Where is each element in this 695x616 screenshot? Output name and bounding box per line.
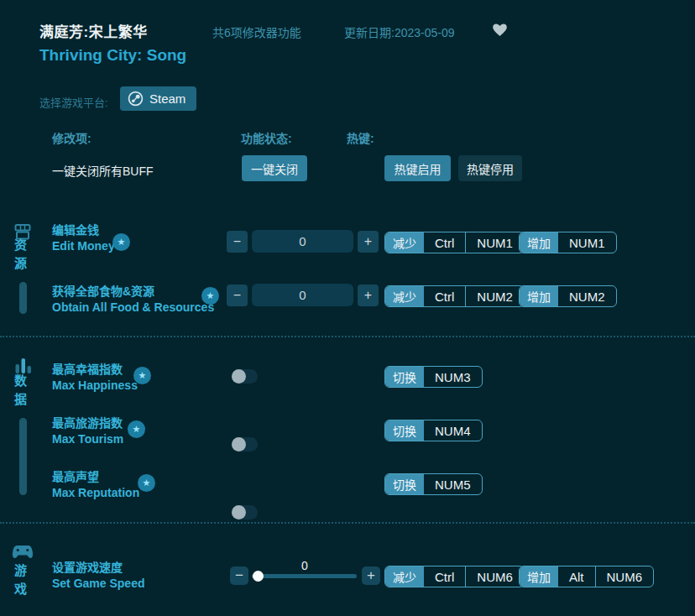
feature-title-edit-money: 编辑金钱 Edit Money <box>52 222 115 254</box>
toggle-hotkey-button[interactable]: 切换 NUM5 <box>384 473 483 495</box>
hotkey-key: NUM2 <box>558 286 616 306</box>
hotkey-action-label: 切换 <box>385 474 424 494</box>
decrease-value-button[interactable]: − <box>227 285 248 306</box>
section-divider <box>0 522 695 524</box>
increase-speed-button[interactable]: + <box>362 566 380 585</box>
max-happiness-toggle[interactable] <box>232 369 258 384</box>
heart-icon <box>492 22 508 37</box>
feature-title-max-happiness: 最高幸福指数 Max Happiness <box>52 362 138 394</box>
increase-value-button[interactable]: + <box>358 231 379 253</box>
feature-name-en: Obtain All Food & Resources <box>52 300 214 316</box>
close-all-buff-label: 一键关闭所有BUFF <box>52 162 154 179</box>
toggle-hotkey-button[interactable]: 切换 NUM3 <box>384 366 483 388</box>
feature-name-cn: 编辑金钱 <box>52 222 115 238</box>
feature-name-en: Max Reputation <box>52 485 139 501</box>
toggle-knob <box>232 369 246 384</box>
decrease-speed-button[interactable]: − <box>230 566 248 585</box>
hotkey-action-label: 增加 <box>520 286 558 306</box>
star-badge-icon <box>112 233 130 251</box>
feature-name-en: Set Game Speed <box>52 576 145 592</box>
slider-knob[interactable] <box>253 571 264 582</box>
toggle-hotkey-button[interactable]: 切换 NUM4 <box>384 420 483 441</box>
update-date-label: 更新日期:2023-05-09 <box>344 23 455 40</box>
max-tourism-toggle[interactable] <box>232 437 258 452</box>
feature-count-label: 共6项修改器功能 <box>212 23 301 40</box>
hotkey-key: NUM1 <box>465 232 524 253</box>
section-scroll-indicator <box>19 282 27 314</box>
decrease-hotkey-button[interactable]: 减少 Ctrl NUM6 <box>384 566 525 587</box>
feature-name-en: Max Happiness <box>52 378 138 394</box>
increase-hotkey-button[interactable]: 增加 NUM1 <box>519 232 617 253</box>
feature-title-game-speed: 设置游戏速度 Set Game Speed <box>52 560 145 592</box>
hotkey-key: NUM1 <box>558 232 616 253</box>
feature-name-cn: 最高声望 <box>52 469 139 485</box>
star-badge-icon <box>138 474 155 492</box>
hotkey-key: NUM2 <box>465 286 524 306</box>
platform-label: 选择游戏平台: <box>39 94 108 110</box>
section-scroll-indicator <box>19 418 27 495</box>
steam-platform-button[interactable]: Steam <box>120 86 196 111</box>
section-label-data: 数据 <box>11 374 28 411</box>
hotkey-key: Ctrl <box>424 232 465 253</box>
hotkey-key: Ctrl <box>424 566 465 587</box>
hotkey-key: NUM4 <box>424 420 482 441</box>
column-header-item: 修改项: <box>52 129 91 146</box>
feature-name-cn: 最高幸福指数 <box>52 362 138 378</box>
hotkey-key: Alt <box>558 566 595 587</box>
hotkey-action-label: 增加 <box>520 232 558 253</box>
feature-name-en: Edit Money <box>52 238 115 254</box>
decrease-hotkey-button[interactable]: 减少 Ctrl NUM1 <box>384 232 525 253</box>
max-reputation-toggle[interactable] <box>232 505 258 519</box>
hotkey-action-label: 增加 <box>520 566 558 587</box>
disable-hotkeys-button[interactable]: 热键停用 <box>458 155 522 181</box>
star-badge-icon <box>201 287 219 305</box>
hotkey-action-label: 减少 <box>385 566 424 587</box>
section-label-game: 游戏 <box>11 564 28 601</box>
increase-value-button[interactable]: + <box>358 285 379 306</box>
increase-hotkey-button[interactable]: 增加 Alt NUM6 <box>519 566 654 587</box>
steam-button-label: Steam <box>149 91 186 106</box>
toggle-knob <box>232 505 246 519</box>
decrease-value-button[interactable]: − <box>227 231 248 253</box>
bar-chart-icon <box>13 356 34 376</box>
page-title: 满庭芳:宋上繁华 <box>39 20 148 41</box>
hotkey-action-label: 减少 <box>385 286 424 306</box>
hotkey-key: NUM5 <box>424 474 482 494</box>
steam-icon <box>128 91 144 107</box>
value-input[interactable] <box>252 230 353 253</box>
feature-name-cn: 设置游戏速度 <box>52 560 145 576</box>
star-badge-icon <box>133 367 151 384</box>
close-all-button[interactable]: 一键关闭 <box>242 155 307 181</box>
column-header-hotkey: 热键: <box>347 129 374 146</box>
feature-name-cn: 获得全部食物&资源 <box>52 284 214 300</box>
slider-value: 0 <box>288 559 321 572</box>
value-input[interactable] <box>252 284 353 306</box>
decrease-hotkey-button[interactable]: 减少 Ctrl NUM2 <box>384 285 525 307</box>
enable-hotkeys-button[interactable]: 热键启用 <box>384 155 451 181</box>
page-subtitle: Thriving City: Song <box>39 46 186 65</box>
hotkey-action-label: 减少 <box>385 232 424 253</box>
star-badge-icon <box>128 420 145 438</box>
feature-name-cn: 最高旅游指数 <box>52 415 123 431</box>
favorite-button[interactable] <box>492 22 508 40</box>
hotkey-key: Ctrl <box>424 286 465 306</box>
section-divider <box>0 336 695 337</box>
hotkey-key: NUM3 <box>424 367 482 387</box>
toggle-knob <box>232 437 246 452</box>
column-header-status: 功能状态: <box>241 129 292 146</box>
hotkey-action-label: 切换 <box>385 367 424 387</box>
trainer-window: 满庭芳:宋上繁华 Thriving City: Song 共6项修改器功能 更新… <box>0 0 695 616</box>
feature-title-obtain-food: 获得全部食物&资源 Obtain All Food & Resources <box>52 284 214 316</box>
hotkey-action-label: 切换 <box>385 420 424 441</box>
gamepad-icon <box>11 544 34 561</box>
increase-hotkey-button[interactable]: 增加 NUM2 <box>519 285 617 307</box>
section-label-resources: 资源 <box>11 238 28 275</box>
feature-title-max-tourism: 最高旅游指数 Max Tourism <box>52 415 123 447</box>
feature-name-en: Max Tourism <box>52 431 123 447</box>
hotkey-key: NUM6 <box>465 566 524 587</box>
hotkey-key: NUM6 <box>595 566 654 587</box>
game-speed-slider[interactable] <box>252 574 357 578</box>
feature-title-max-reputation: 最高声望 Max Reputation <box>52 469 139 501</box>
